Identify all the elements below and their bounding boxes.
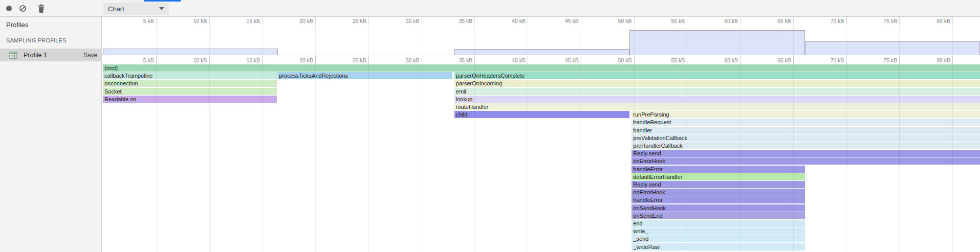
axis-tick [209,56,210,64]
detail-ruler: 5 kB10 kB15 kB20 kB25 kB30 kB35 kB40 kB4… [102,56,980,64]
axis-tick [262,17,263,25]
axis-tick [793,17,794,25]
profile-name: Profile 1 [24,52,83,59]
axis-tick-label: 5 kB [143,57,156,63]
axis-tick-label: 40 kB [512,18,528,24]
overview-step[interactable] [629,30,804,55]
axis-tick [156,56,157,64]
overview-ruler: 5 kB10 kB15 kB20 kB25 kB30 kB35 kB40 kB4… [102,17,980,25]
record-button[interactable] [2,0,16,17]
overview-step[interactable] [805,41,980,55]
clear-icon [19,5,27,12]
flame-bar[interactable]: onSendHook [631,204,804,212]
axis-tick [899,17,900,25]
flame-bar[interactable]: handler [631,127,980,134]
flame-bar[interactable]: onErrorHook [631,189,804,196]
axis-tick-label: 75 kB [883,57,899,63]
axis-tick-label: 55 kB [671,18,687,24]
axis-tick [740,17,741,25]
axis-tick-label: 50 kB [618,57,634,63]
axis-tick-label: 55 kB [671,57,687,63]
flame-bar[interactable]: Socket [103,88,277,95]
axis-tick [581,56,581,64]
record-icon [6,6,12,11]
flame-bar[interactable]: parserOnHeadersComplete [454,72,980,79]
flame-bar[interactable]: onErrorHook [631,157,980,165]
axis-tick [528,17,528,25]
flame-bar[interactable]: emit [454,88,980,95]
flame-bar[interactable]: Reply.send [631,181,804,188]
flame-bar[interactable]: preValidationCallback [631,134,980,142]
flame-bar[interactable]: callbackTrampoline [103,72,277,79]
axis-tick-label: 80 kB [937,57,952,63]
flame-bar[interactable]: preHandlerCallback [631,142,980,149]
overview-step[interactable] [103,49,278,55]
flame-bar[interactable]: lookup [454,96,980,103]
flame-bar[interactable]: end [631,220,804,227]
overview-step[interactable] [454,49,629,55]
flame-bar[interactable]: Reply.send [631,150,980,157]
axis-tick [209,17,210,25]
axis-tick-label: 20 kB [299,18,315,24]
axis-tick-label: 30 kB [406,18,422,24]
flame-chart: (root)callbackTrampolineprocessTicksAndR… [102,64,980,252]
axis-tick-label: 15 kB [246,18,262,24]
axis-tick-label: 20 kB [299,57,315,63]
flame-bar[interactable]: Readable.on [103,96,277,103]
flame-bar[interactable]: handleError [631,166,804,173]
flame-bar[interactable]: routeHandler [454,103,980,110]
axis-tick-label: 75 kB [883,18,899,24]
delete-profile-button[interactable] [34,0,48,17]
axis-tick-label: 5 kB [143,18,156,24]
axis-tick [262,56,263,64]
axis-tick [952,17,953,25]
axis-tick-label: 30 kB [406,57,422,63]
axis-tick-label: 80 kB [937,18,952,24]
axis-tick [368,17,369,25]
axis-tick-label: 60 kB [724,57,740,63]
axis-tick [952,56,953,64]
flame-bar[interactable]: onSendEnd [631,212,804,219]
axis-tick [368,56,369,64]
view-mode-select[interactable]: Chart [103,3,169,15]
axis-tick [156,17,157,25]
flame-bar[interactable]: processTicksAndRejections [277,72,452,79]
axis-tick [474,56,475,64]
axis-tick [793,56,794,64]
profiler-toolbar: Chart [0,0,980,17]
flame-bar[interactable]: runPreParsing [631,111,980,118]
flame-bar[interactable]: handleError [631,196,804,203]
axis-tick-label: 50 kB [618,18,634,24]
sidebar-item-profile-1[interactable]: Profile 1 Save [0,49,102,61]
flame-bar[interactable]: (root) [103,64,980,72]
axis-tick-label: 70 kB [831,18,846,24]
profiles-sidebar: Profiles SAMPLING PROFILES Profile 1 Sav… [0,17,102,252]
axis-tick-label: 25 kB [353,18,368,24]
sidebar-title: Profiles [6,21,28,29]
profile-icon [9,51,17,59]
flame-bar[interactable]: write_ [631,227,804,235]
clear-all-button[interactable] [15,0,30,17]
axis-tick-label: 65 kB [777,57,793,63]
axis-tick [422,17,422,25]
flame-bar[interactable]: _send [631,235,804,242]
axis-tick [315,56,316,64]
save-profile-link[interactable]: Save [83,52,97,59]
flame-bar[interactable]: onconnection [103,80,277,87]
toolbar-divider [32,4,32,13]
flame-bar[interactable]: handleRequest [631,119,980,126]
axis-tick [634,17,635,25]
flame-bar[interactable]: _writeRaw [631,243,804,250]
memory-overview-strip[interactable] [102,25,980,55]
axis-tick [474,17,475,25]
axis-tick [846,56,847,64]
axis-tick-label: 25 kB [353,57,368,63]
flame-bar[interactable]: child [454,111,629,118]
flame-bar[interactable]: parserOnIncoming [454,80,980,87]
axis-tick [740,56,741,64]
flame-bar[interactable]: defaultErrorHandler [631,173,804,180]
axis-tick [687,56,687,64]
axis-tick-label: 65 kB [777,18,793,24]
axis-tick [634,56,635,64]
axis-tick-label: 45 kB [565,57,581,63]
